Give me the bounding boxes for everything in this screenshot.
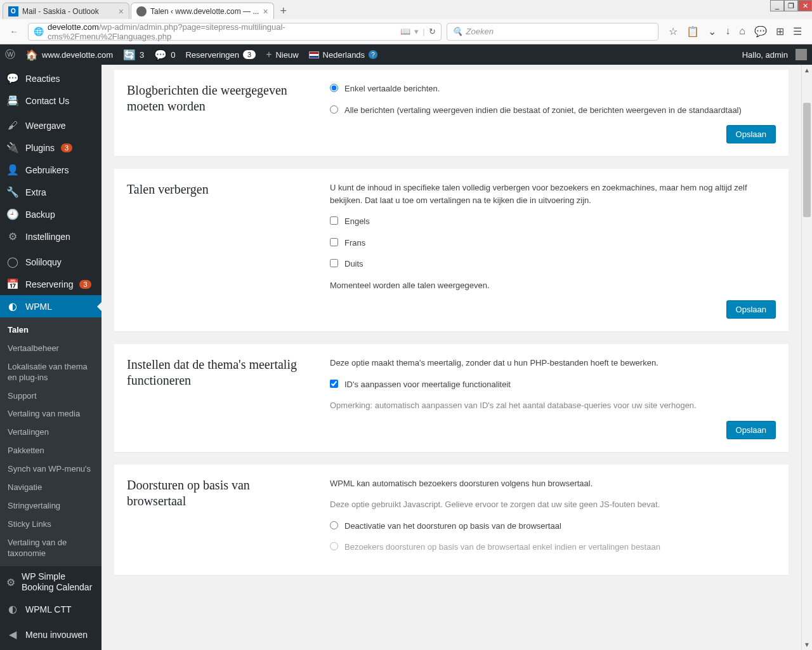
section-desc: WPML kan automatisch bezoekers doorsture… [330,477,776,490]
status-text: Momenteel worden alle talen weergegeven. [330,279,776,292]
search-icon: 🔍 [452,27,462,36]
submenu-synch[interactable]: Synch van WP-menu's [0,460,102,479]
url-bar[interactable]: 🌐 develotte.com/wp-admin/admin.php?page=… [28,23,442,41]
sidebar-item-reservering[interactable]: 📅Reservering3 [0,273,102,295]
site-icon [136,6,147,17]
minimize-button[interactable]: _ [770,0,784,11]
search-placeholder: Zoeken [466,27,494,36]
search-box[interactable]: 🔍 Zoeken [447,23,659,41]
wp-logo[interactable]: ⓦ [0,44,20,65]
submenu-sticky[interactable]: Sticky Links [0,515,102,534]
tiles-icon[interactable]: ⊞ [776,25,784,37]
submenu-vertalingen[interactable]: Vertalingen [0,423,102,442]
radio-all-posts[interactable] [330,105,338,114]
save-button[interactable]: Opslaan [726,421,776,439]
radio-translated-only[interactable] [330,84,338,92]
close-tab-icon[interactable]: × [119,6,124,17]
clipboard-icon[interactable]: 📋 [686,25,699,37]
submenu-support[interactable]: Support [0,387,102,406]
box-blogberichten: Blogberichten die weergegeven moeten wor… [114,70,789,156]
help-icon: ? [369,50,377,59]
back-button[interactable]: ← [5,23,23,41]
globe-icon: 🌐 [34,27,44,36]
menu-icon[interactable]: ☰ [793,25,802,37]
flag-nl-icon [309,51,319,58]
reader-icon[interactable]: 📖 [400,27,410,36]
submenu-string[interactable]: Stringvertaling [0,497,102,515]
submenu-taxonomie[interactable]: Vertaling van de taxonomie [0,534,102,563]
comments[interactable]: 💬0 [149,44,180,65]
download-icon[interactable]: ↓ [725,25,730,37]
nav-toolbar: ← 🌐 develotte.com/wp-admin/admin.php?pag… [0,19,812,44]
sidebar-item-backup[interactable]: 🕘Backup [0,203,102,225]
radio-redirect-exists[interactable] [330,542,338,550]
sidebar-item-wpml-ctt[interactable]: ◐WPML CTT [0,598,102,620]
sidebar-item-plugins[interactable]: 🔌Plugins3 [0,136,102,159]
save-button[interactable]: Opslaan [726,125,776,143]
check-duits[interactable] [330,259,338,267]
wpml-submenu: Talen Vertaalbeheer Lokalisatie van them… [0,317,102,566]
check-label: Engels [344,215,370,228]
radio-label: Enkel vertaalde berichten. [344,83,440,95]
browser-tab-outlook[interactable]: O Mail - Saskia - Outlook × [3,3,129,19]
submenu-talen[interactable]: Talen [0,321,102,340]
check-label: ID's aanpassen voor meertalige functiona… [344,378,511,391]
outlook-icon: O [8,6,18,17]
sidebar-item-gebruikers[interactable]: 👤Gebruikers [0,159,102,181]
sidebar-item-contact[interactable]: 📇Contact Us [0,90,102,112]
browser-tab-active[interactable]: Talen ‹ www.develotte.com — ... × [131,3,274,19]
sidebar-item-reacties[interactable]: 💬Reacties [0,67,102,90]
sidebar-item-wpml[interactable]: ◐WPML [0,295,102,317]
tab-title: Mail - Saskia - Outlook [22,7,99,16]
check-label: Frans [344,237,365,249]
collapse-menu[interactable]: ◀Menu invouwen [0,623,102,646]
submenu-media[interactable]: Vertaling van media [0,405,102,423]
language-switcher[interactable]: Nederlands? [304,44,383,65]
home-icon[interactable]: ⌂ [739,25,745,37]
radio-redirect-disable[interactable] [330,521,338,529]
reload-button[interactable]: ↻ [429,27,436,36]
new-content[interactable]: +Nieuw [261,44,303,65]
section-title: Talen verbergen [127,182,304,319]
scrollbar[interactable]: ▲ ▼ [801,65,812,650]
new-tab-button[interactable]: + [275,4,292,18]
scroll-thumb[interactable] [803,103,811,217]
submenu-navigatie[interactable]: Navigatie [0,479,102,497]
check-frans[interactable] [330,238,338,246]
sidebar-item-instellingen[interactable]: ⚙Instellingen [0,225,102,248]
radio-label: Alle berichten (vertaling weergeven indi… [344,104,742,117]
check-engels[interactable] [330,216,338,225]
submenu-lokalisatie[interactable]: Lokalisatie van thema en plug-ins [0,358,102,387]
close-tab-icon[interactable]: × [263,6,268,17]
account-menu[interactable]: Hallo, admin [737,44,812,65]
updates[interactable]: 🔄3 [118,44,149,65]
scroll-up-icon[interactable]: ▲ [802,65,812,76]
submenu-vertaalbeheer[interactable]: Vertaalbeheer [0,340,102,358]
box-thema-meertalig: Instellen dat de thema's meertalig funct… [114,344,789,452]
tab-title: Talen ‹ www.develotte.com — ... [150,7,259,16]
sidebar-item-weergave[interactable]: 🖌Weergave [0,115,102,136]
content-area: Blogberichten die weergegeven moeten wor… [102,65,812,650]
reservations[interactable]: Reserveringen3 [180,44,261,65]
admin-sidebar: 💬Reacties 📇Contact Us 🖌Weergave 🔌Plugins… [0,65,102,650]
sidebar-item-extra[interactable]: 🔧Extra [0,181,102,203]
browser-tabs: O Mail - Saskia - Outlook × Talen ‹ www.… [0,0,812,19]
browser-chrome: _ ❐ ✕ O Mail - Saskia - Outlook × Talen … [0,0,812,44]
close-window-button[interactable]: ✕ [798,0,812,11]
section-desc: U kunt de inhoud in specifieke talen vol… [330,182,776,206]
save-button[interactable]: Opslaan [726,300,776,319]
scroll-down-icon[interactable]: ▼ [802,639,812,650]
note-text: Opmerking: automatisch aanpassen van ID'… [330,399,776,412]
chat-icon[interactable]: 💬 [754,25,767,37]
site-home[interactable]: 🏠www.develotte.com [20,44,118,65]
maximize-button[interactable]: ❐ [784,0,798,11]
box-browsertaal: Doorsturen op basis van browsertaal WPML… [114,465,789,575]
bookmark-icon[interactable]: ☆ [669,25,678,37]
pocket-icon[interactable]: ⌄ [708,25,716,37]
check-label: Duits [344,258,363,270]
submenu-pakketten[interactable]: Pakketten [0,442,102,460]
sidebar-item-booking[interactable]: ⚙WP Simple Booking Calendar [0,566,102,598]
section-title: Doorsturen op basis van browsertaal [127,477,304,562]
check-adjust-ids[interactable] [330,380,338,388]
sidebar-item-soliloquy[interactable]: ◯Soliloquy [0,251,102,273]
